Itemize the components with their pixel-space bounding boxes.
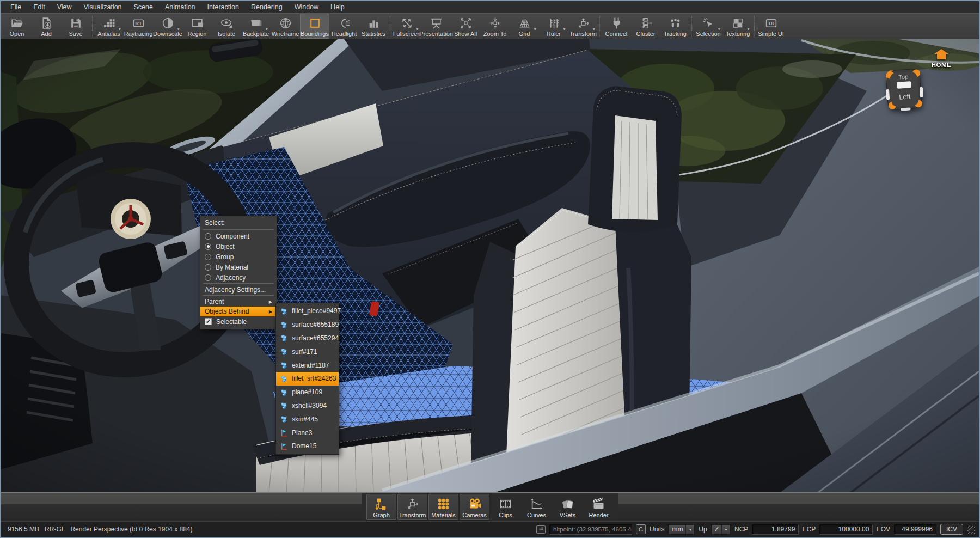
submenu-item[interactable]: fillet_piece#9497 (276, 304, 339, 318)
toolbar-button-ruler[interactable]: ▼Ruler (539, 14, 568, 39)
radio-selected-icon (205, 243, 211, 250)
toolbar-separator (599, 16, 600, 36)
menu-option-object[interactable]: Object (200, 241, 277, 252)
home-button[interactable]: HOME (927, 49, 956, 68)
toolbar-button-wireframe[interactable]: Wireframe (271, 14, 300, 39)
toolbar-button-headlight[interactable]: Headlight (329, 14, 359, 39)
submenu-item[interactable]: skin#445 (276, 412, 339, 426)
fov-field[interactable]: 49.999996 (894, 524, 936, 535)
view-cube-front-face: Left (899, 93, 911, 101)
units-dropdown[interactable]: mm▼ (668, 524, 695, 535)
chevron-down-icon: ▼ (721, 525, 730, 534)
downscale-icon (161, 16, 175, 30)
selection-icon (702, 16, 715, 30)
submenu-item[interactable]: Dome15 (276, 439, 339, 453)
menu-scene[interactable]: Scene (128, 2, 159, 13)
submenu-item-highlighted[interactable]: fillet_srf#24263 (276, 372, 339, 386)
resize-grip[interactable] (967, 526, 975, 534)
objects-behind-submenu: fillet_piece#9497 surface#655189 surface… (275, 303, 339, 455)
menu-option-group[interactable]: Group (200, 252, 277, 262)
toolbar-button-fullscreen[interactable]: ▼Fullscreen (392, 14, 421, 39)
menu-window[interactable]: Window (289, 2, 324, 13)
open-icon (10, 16, 24, 30)
grid-icon (518, 16, 531, 30)
toolbar-button-downscale[interactable]: ▼Downscale (153, 14, 182, 39)
toolbar-button-simple-ui[interactable]: Simple UI (756, 14, 786, 39)
menu-option-adjacency[interactable]: Adjacency (200, 272, 277, 283)
toolbar-button-antialias[interactable]: ▼Antialias (94, 14, 124, 39)
toolbar-button-texturing[interactable]: ▼Texturing (723, 14, 752, 39)
menu-view[interactable]: View (51, 2, 78, 13)
toolbar-button-presentation[interactable]: Presentation (421, 14, 451, 39)
submenu-item[interactable]: extend#1187 (276, 358, 339, 372)
icv-button[interactable]: ICV (940, 524, 963, 535)
submenu-item[interactable]: surface#655294 (276, 332, 339, 345)
selection-context-menu: Select: Component Object Group By Materi… (200, 216, 277, 329)
toolbar-button-raytracing[interactable]: Raytracing (124, 14, 153, 39)
toolbar-button-isolate[interactable]: Isolate (212, 14, 241, 39)
toolbar-button-connect[interactable]: Connect (602, 14, 631, 39)
toolbar-button-grid[interactable]: ▼Grid (510, 14, 539, 39)
axes-icon (280, 442, 288, 450)
toolbar-button-statistics[interactable]: Statistics (359, 14, 388, 39)
toolbar-button-zoom-to[interactable]: Zoom To (480, 14, 510, 39)
module-render[interactable]: Render (584, 494, 614, 520)
toolbar-button-backplate[interactable]: ▼Backplate (241, 14, 271, 39)
toolbar-button-add[interactable]: Add (32, 14, 61, 39)
toolbar-button-cluster[interactable]: Cluster (631, 14, 660, 39)
module-curves[interactable]: Curves (522, 494, 552, 520)
context-menu-header: Select: (200, 218, 277, 229)
toolbar-button-selection[interactable]: ▼Selection (694, 14, 723, 39)
application-window: File Edit View Visualization Scene Anima… (0, 0, 980, 538)
submenu-arrow-icon: ▶ (269, 309, 272, 314)
menu-item-parent[interactable]: Parent▶ (200, 297, 277, 307)
menu-file[interactable]: File (4, 2, 27, 13)
hitpoint-field[interactable]: hitpoint: (32.939575, 4605.4809... (549, 524, 632, 535)
render-icon (591, 496, 606, 512)
module-cameras[interactable]: Cameras (460, 494, 489, 520)
ncp-field[interactable]: 1.89799 (752, 524, 799, 535)
toolbar-button-save[interactable]: Save (61, 14, 90, 39)
toolbar-separator (691, 16, 692, 36)
submenu-item[interactable]: plane#109 (276, 386, 339, 399)
toolbar-button-transform[interactable]: ▼Transform (568, 14, 598, 39)
module-materials[interactable]: Materials (428, 494, 458, 520)
up-axis-dropdown[interactable]: Z▼ (711, 524, 731, 535)
module-vsets[interactable]: VSets (553, 494, 583, 520)
menu-help[interactable]: Help (324, 2, 351, 13)
statistics-icon (367, 16, 381, 30)
menu-interaction[interactable]: Interaction (201, 2, 245, 13)
submenu-item[interactable]: Plane3 (276, 426, 339, 439)
submenu-item[interactable]: surface#655189 (276, 318, 339, 332)
toolbar-button-open[interactable]: Open (2, 14, 32, 39)
menu-separator (203, 229, 274, 230)
render-viewport[interactable]: HOME Top Left Select: (1, 39, 979, 493)
toolbar-button-tracking[interactable]: Tracking (660, 14, 690, 39)
dropdown-arrow-icon: ▼ (592, 27, 596, 31)
isolate-icon (220, 16, 234, 30)
submenu-item[interactable]: xshell#3094 (276, 399, 339, 413)
toolbar-button-show-all[interactable]: Show All (451, 14, 480, 39)
render-scene (1, 39, 979, 493)
module-transform[interactable]: Transform (397, 494, 427, 520)
toolbar-button-boundings[interactable]: Boundings (300, 14, 329, 39)
menu-edit[interactable]: Edit (27, 2, 51, 13)
console-icon[interactable]: ⏎ (536, 525, 546, 534)
module-graph[interactable]: Graph (366, 494, 396, 520)
region-icon (191, 16, 204, 30)
fcp-field[interactable]: 100000.00 (819, 524, 873, 535)
menu-item-selectable[interactable]: ✓Selectable (200, 316, 277, 327)
menu-rendering[interactable]: Rendering (245, 2, 289, 13)
menu-item-adjacency-settings[interactable]: Adjacency Settings... (200, 285, 277, 295)
menu-visualization[interactable]: Visualization (78, 2, 128, 13)
view-cube[interactable]: Top Left (884, 66, 924, 114)
toolbar-button-region[interactable]: Region (182, 14, 212, 39)
submenu-item[interactable]: surf#171 (276, 345, 339, 358)
menu-animation[interactable]: Animation (159, 2, 201, 13)
menu-option-component[interactable]: Component (200, 231, 277, 241)
fov-label: FOV (877, 525, 890, 533)
menu-item-objects-behind[interactable]: Objects Behind▶ (200, 307, 277, 316)
menu-option-by-material[interactable]: By Material (200, 262, 277, 272)
module-clips[interactable]: Clips (491, 494, 520, 520)
c-button[interactable]: C (636, 524, 646, 534)
